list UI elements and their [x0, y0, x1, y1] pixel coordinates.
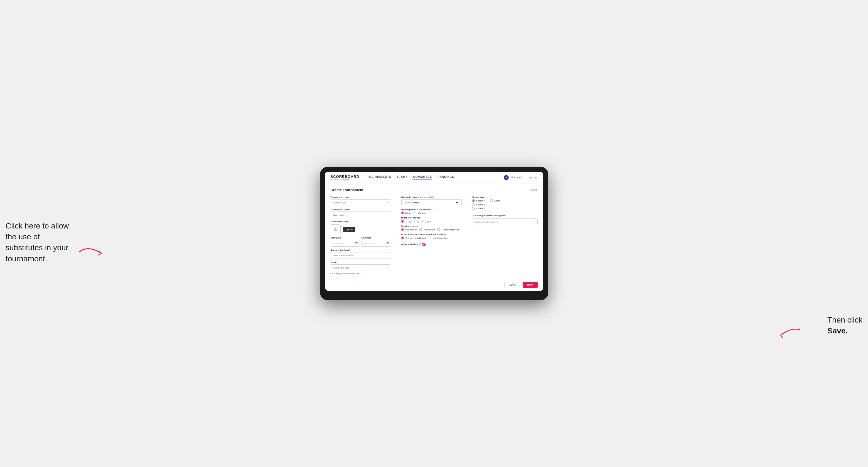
tournament-name-field: Tournament name	[331, 208, 391, 218]
format-type-label: Format type	[472, 196, 538, 198]
calendar-icon: 📅	[355, 242, 358, 245]
arrow-left-icon	[76, 241, 110, 263]
username: blair admin	[511, 176, 523, 179]
format-6count5[interactable]: 6 count 5	[472, 207, 485, 210]
sponsor-input[interactable]	[333, 254, 389, 257]
end-date-field: End date Pick a date 📅	[362, 237, 391, 247]
tournament-host-field: Tournament Host ▾	[331, 196, 391, 206]
tournament-logo-label: Tournament logo	[331, 220, 391, 223]
venue-field: Venue ▾ Can't find your venue? email sup…	[331, 261, 391, 274]
rounds-options: 1 2 3 4	[401, 220, 462, 223]
logo-placeholder-icon: 🖼	[331, 224, 341, 234]
scoring-api-label: Use third-party live scoring API?	[472, 214, 538, 217]
avatar: B	[504, 175, 509, 180]
scoring-api-field: Use third-party live scoring API? Select…	[472, 212, 538, 225]
logo-scoreboard: SCOREBOARD	[331, 175, 360, 179]
individuals-only[interactable]: Individuals Only	[429, 237, 448, 239]
venue-label: Venue	[331, 261, 391, 263]
stroke-play[interactable]: Stroke Play	[401, 228, 417, 231]
scoring-api-chevron-icon: ▾	[534, 221, 535, 223]
form-col-3: Format type 5 count 4 6 count 4	[472, 196, 538, 274]
format-col-1: 5 count 4 6 count 4 6 count 5	[472, 199, 485, 210]
venue-chevron-icon: ▾	[388, 267, 389, 269]
gender-mens[interactable]: Mens	[401, 212, 411, 214]
round-3[interactable]: 3	[417, 220, 423, 223]
date-row: Start date Pick a date 📅 End date Pick a…	[331, 237, 391, 247]
rounds-field: Number of rounds 1 2	[401, 217, 462, 223]
form-body: Tournament Host ▾ Tournament name	[331, 196, 538, 274]
upload-button[interactable]: Upload	[343, 227, 355, 232]
nav-rankings[interactable]: RANKINGS	[437, 175, 454, 180]
round-2[interactable]: 2	[409, 220, 415, 223]
division-select[interactable]: NCAA Division I NCAA Division II NCAA Di…	[404, 201, 459, 204]
gender-field: Which gender is the event for? Mens Wome…	[401, 208, 462, 214]
sponsor-input-wrapper[interactable]	[331, 252, 391, 259]
match-play[interactable]: Match Play	[420, 228, 435, 231]
division-field: Which division is the event for? NCAA Di…	[401, 196, 462, 206]
cancel-button[interactable]: Cancel	[504, 282, 520, 288]
scoring-system-field: Scoring system Stroke Play Match Play	[401, 225, 462, 231]
event-type-label: Is this event for Teams and/or Individua…	[401, 233, 462, 236]
save-button[interactable]: Save	[523, 282, 537, 288]
rounds-label: Number of rounds	[401, 217, 462, 219]
division-label: Which division is the event for?	[401, 196, 462, 198]
form-col-1: Tournament Host ▾ Tournament name	[331, 196, 396, 274]
nav-user-area: B blair admin | Sign out	[504, 175, 537, 180]
start-date-field: Start date Pick a date 📅	[331, 237, 360, 247]
tournament-host-input[interactable]	[333, 201, 388, 204]
calendar-icon-2: 📅	[386, 242, 389, 245]
venue-input[interactable]	[333, 267, 388, 269]
tournament-name-label: Tournament name	[331, 208, 391, 211]
logo: SCOREBOARD Powered by clippd	[331, 175, 360, 181]
round-1[interactable]: 1	[401, 220, 407, 223]
nav-tournaments[interactable]: TOURNAMENTS	[367, 175, 391, 180]
page-content: Create Tournament < Back Tournament Host…	[325, 183, 543, 279]
form-footer: Cancel Save	[325, 279, 543, 291]
logo-powered: Powered by clippd	[331, 179, 360, 181]
page-title: Create Tournament	[331, 188, 364, 192]
arrow-right-icon	[775, 324, 803, 341]
allow-substitutes-label: Allow substitutes?	[401, 243, 421, 246]
format-col-2: Other	[490, 199, 500, 210]
nav-committee[interactable]: COMMITTEE	[413, 175, 432, 180]
format-6count4[interactable]: 6 count 4	[472, 203, 485, 206]
tournament-host-input-wrapper[interactable]: ▾	[331, 199, 391, 206]
division-select-wrapper[interactable]: NCAA Division I NCAA Division II NCAA Di…	[401, 199, 462, 206]
format-5count4[interactable]: 5 count 4	[472, 199, 485, 202]
sponsor-label: Sponsor (optional)	[331, 249, 391, 251]
gender-options: Mens Womens	[401, 212, 462, 214]
tournament-host-label: Tournament Host	[331, 196, 391, 198]
medal-match-play[interactable]: Medal Match Play	[437, 228, 460, 231]
nav-links: TOURNAMENTS TEAMS COMMITTEE RANKINGS	[367, 175, 504, 180]
scoring-system-options: Stroke Play Match Play Medal Match Play	[401, 228, 462, 231]
teams-individuals[interactable]: Teams (+Individuals)	[401, 237, 426, 239]
email-support-link[interactable]: email support	[350, 273, 362, 274]
form-col-2: Which division is the event for? NCAA Di…	[401, 196, 467, 274]
scoring-system-label: Scoring system	[401, 225, 462, 227]
format-other[interactable]: Other	[490, 199, 500, 202]
venue-helper: Can't find your venue? email support	[331, 273, 391, 274]
tournament-name-input-wrapper[interactable]	[331, 212, 391, 218]
annotation-right: Then click Save.	[827, 314, 862, 336]
chevron-down-icon: ▾	[388, 201, 389, 204]
back-link[interactable]: < Back	[530, 189, 538, 191]
tournament-name-input[interactable]	[333, 214, 389, 216]
round-4[interactable]: 4	[426, 220, 431, 223]
allow-substitutes-checkbox[interactable]	[423, 243, 426, 246]
end-date-label: End date	[362, 237, 391, 239]
page-header: Create Tournament < Back	[331, 188, 538, 192]
format-type-field: Format type 5 count 4 6 count 4	[472, 196, 538, 210]
allow-substitutes-field: Allow substitutes?	[401, 243, 462, 246]
venue-input-wrapper[interactable]: ▾	[331, 264, 391, 271]
start-date-input[interactable]: Pick a date 📅	[331, 240, 360, 247]
start-date-label: Start date	[331, 237, 360, 239]
nav-teams[interactable]: TEAMS	[397, 175, 408, 180]
sign-out-link[interactable]: Sign out	[528, 176, 537, 179]
event-type-options: Teams (+Individuals) Individuals Only	[401, 237, 462, 239]
end-date-input[interactable]: Pick a date 📅	[362, 240, 391, 247]
annotation-left: Click here to allow the use of substitut…	[6, 220, 78, 264]
gender-womens[interactable]: Womens	[413, 212, 426, 214]
event-type-field: Is this event for Teams and/or Individua…	[401, 233, 462, 239]
tournament-logo-field: Tournament logo 🖼 Upload	[331, 220, 391, 234]
scoring-api-select-wrapper[interactable]: Select a scoring service ▾	[472, 218, 538, 225]
